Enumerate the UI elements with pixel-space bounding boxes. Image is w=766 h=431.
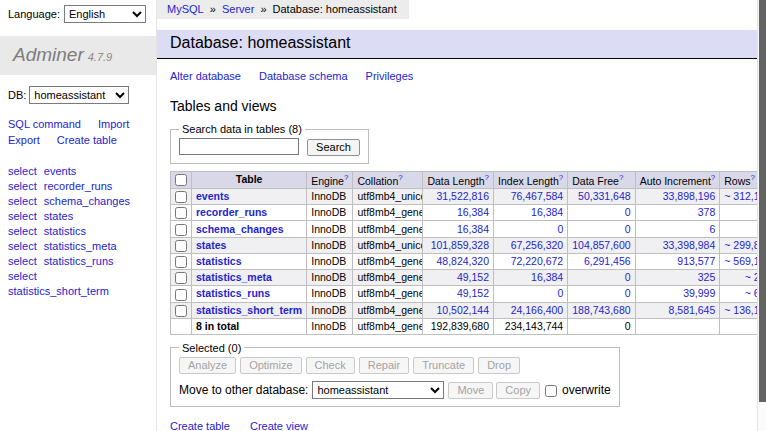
move-db-select[interactable]: homeassistant	[312, 381, 444, 399]
value-link[interactable]: 0	[625, 271, 631, 283]
column-help-link[interactable]: ?	[398, 173, 402, 182]
table-header-row: TableEngine?Collation?Data Length?Index …	[171, 171, 766, 189]
scrollbar-thumb[interactable]	[759, 0, 766, 402]
value-link[interactable]: 16,384	[457, 223, 489, 235]
value-link[interactable]: 76,467,584	[511, 190, 564, 202]
sidebar-select-link[interactable]: select	[8, 210, 37, 222]
value-link[interactable]: 48,824,320	[436, 255, 489, 267]
sidebar-command-link[interactable]: Export	[8, 134, 40, 146]
row-checkbox[interactable]	[175, 305, 187, 317]
vertical-scrollbar[interactable]	[757, 0, 766, 431]
row-checkbox[interactable]	[175, 224, 187, 236]
sidebar-table-link[interactable]: statistics	[44, 225, 86, 237]
sidebar-command-link[interactable]: SQL command	[8, 118, 81, 130]
sidebar-table-link[interactable]: events	[44, 165, 76, 177]
overwrite-checkbox[interactable]	[545, 385, 557, 397]
row-checkbox[interactable]	[175, 272, 187, 284]
sidebar-select-link[interactable]: select	[8, 270, 37, 282]
create-link[interactable]: Create view	[250, 420, 308, 431]
value-link[interactable]: 0	[557, 223, 563, 235]
value-link[interactable]: 16,384	[531, 271, 563, 283]
breadcrumb-link[interactable]: Server	[222, 3, 254, 15]
table-name-link[interactable]: schema_changes	[196, 223, 284, 235]
row-checkbox[interactable]	[175, 240, 187, 252]
value-link[interactable]: 378	[698, 206, 716, 218]
sidebar-command-link[interactable]: Import	[98, 118, 129, 130]
truncate-button[interactable]: Truncate	[413, 357, 474, 374]
sidebar-command-link[interactable]: Create table	[57, 134, 117, 146]
row-checkbox[interactable]	[175, 256, 187, 268]
sidebar-select-link[interactable]: select	[8, 180, 37, 192]
value-link[interactable]: 16,384	[531, 206, 563, 218]
value-link[interactable]: 0	[557, 287, 563, 299]
sidebar-select-link[interactable]: select	[8, 225, 37, 237]
select-all-checkbox[interactable]	[175, 174, 187, 186]
value-link[interactable]: 0	[625, 206, 631, 218]
value-link[interactable]: 50,331,648	[578, 190, 631, 202]
sidebar-table-link[interactable]: statistics_short_term	[8, 285, 109, 297]
sidebar-select-link[interactable]: select	[8, 240, 37, 252]
row-checkbox[interactable]	[175, 289, 187, 301]
value-link[interactable]: 913,577	[677, 255, 715, 267]
table-name-link[interactable]: statistics_runs	[196, 287, 270, 299]
value-link[interactable]: 39,999	[683, 287, 715, 299]
language-select[interactable]: English	[64, 5, 146, 23]
sidebar-select-link[interactable]: select	[8, 165, 37, 177]
row-checkbox[interactable]	[175, 191, 187, 203]
value-link[interactable]: 67,256,320	[511, 239, 564, 251]
search-input[interactable]	[179, 138, 299, 155]
value-link[interactable]: 0	[625, 223, 631, 235]
sidebar-table-link[interactable]: states	[44, 210, 73, 222]
sidebar-select-link[interactable]: select	[8, 255, 37, 267]
value-link[interactable]: 8,581,645	[669, 304, 716, 316]
move-button[interactable]: Move	[448, 382, 493, 399]
sidebar-table-link[interactable]: statistics_meta	[44, 240, 117, 252]
analyze-button[interactable]: Analyze	[179, 357, 236, 374]
table-name-link[interactable]: statistics	[196, 255, 242, 267]
value-link[interactable]: 24,166,400	[511, 304, 564, 316]
table-name-link[interactable]: states	[196, 239, 226, 251]
value-link[interactable]: 0	[625, 287, 631, 299]
sidebar-table-link[interactable]: recorder_runs	[44, 180, 112, 192]
column-help-link[interactable]: ?	[485, 173, 489, 182]
column-help-link[interactable]: ?	[559, 173, 563, 182]
value-link[interactable]: 33,898,196	[663, 190, 716, 202]
value-link[interactable]: 72,220,672	[511, 255, 564, 267]
sidebar-select-link[interactable]: select	[8, 195, 37, 207]
row-checkbox[interactable]	[175, 207, 187, 219]
repair-button[interactable]: Repair	[359, 357, 409, 374]
column-help-link[interactable]: ?	[711, 173, 715, 182]
drop-button[interactable]: Drop	[478, 357, 520, 374]
table-name-link[interactable]: events	[196, 190, 229, 202]
db-select[interactable]: homeassistant	[29, 86, 129, 104]
table-name-link[interactable]: statistics_meta	[196, 271, 272, 283]
value-link[interactable]: 31,522,816	[436, 190, 489, 202]
sidebar-table-link[interactable]: schema_changes	[44, 195, 130, 207]
column-help-link[interactable]: ?	[344, 173, 348, 182]
value-link[interactable]: 49,152	[457, 287, 489, 299]
table-name-link[interactable]: statistics_short_term	[196, 304, 302, 316]
optimize-button[interactable]: Optimize	[240, 357, 301, 374]
value-link[interactable]: 104,857,600	[572, 239, 630, 251]
db-action-link[interactable]: Alter database	[170, 70, 241, 82]
breadcrumb-link[interactable]: MySQL	[167, 3, 204, 15]
table-name-link[interactable]: recorder_runs	[196, 206, 267, 218]
value-link[interactable]: 33,398,984	[663, 239, 716, 251]
value-link[interactable]: 10,502,144	[436, 304, 489, 316]
create-link[interactable]: Create table	[170, 420, 230, 431]
value-link[interactable]: 325	[698, 271, 716, 283]
copy-button[interactable]: Copy	[496, 382, 540, 399]
search-button[interactable]: Search	[307, 139, 360, 156]
value-link[interactable]: 49,152	[457, 271, 489, 283]
sidebar-table-link[interactable]: statistics_runs	[44, 255, 114, 267]
column-help-link[interactable]: ?	[619, 173, 623, 182]
value-link[interactable]: 6,291,456	[584, 255, 631, 267]
column-help-link[interactable]: ?	[751, 173, 755, 182]
db-action-link[interactable]: Database schema	[259, 70, 348, 82]
check-button[interactable]: Check	[306, 357, 355, 374]
value-link[interactable]: 16,384	[457, 206, 489, 218]
value-link[interactable]: 188,743,680	[572, 304, 630, 316]
value-link[interactable]: 101,859,328	[431, 239, 489, 251]
db-action-link[interactable]: Privileges	[366, 70, 414, 82]
value-link[interactable]: 6	[709, 223, 715, 235]
